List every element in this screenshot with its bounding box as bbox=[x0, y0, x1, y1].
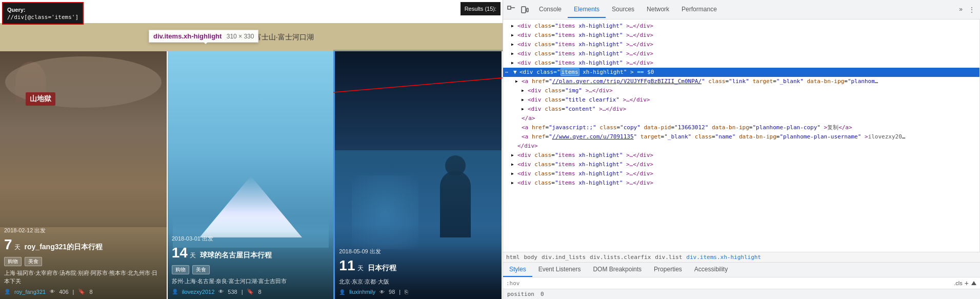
results-label: Results (15): bbox=[465, 6, 496, 12]
dom-line-7[interactable]: ▶ <a href="//plan.qyer.com/trip/V2UJYFFg… bbox=[503, 77, 979, 86]
tab-sources[interactable]: Sources bbox=[606, 2, 641, 18]
tab-console[interactable]: Console bbox=[533, 2, 568, 18]
dom-line-1[interactable]: ▶ <div class="items xh-highlight" >…</di… bbox=[503, 22, 979, 31]
dom-arrow-2[interactable]: ▶ bbox=[511, 31, 517, 39]
dom-content-2: <div class="items xh-highlight" >…</div> bbox=[517, 31, 653, 39]
dom-line-14[interactable]: </div> bbox=[503, 142, 979, 151]
filter-add-btn[interactable]: + bbox=[965, 279, 969, 287]
dom-line-18[interactable]: ▶ <div class="items xh-highlight" >…</di… bbox=[503, 178, 979, 188]
more-options-btn[interactable]: ⋯ bbox=[505, 68, 513, 76]
results-bar: Results (15): bbox=[461, 2, 501, 15]
card-3[interactable]: 2018-05-09 出发 11 天 日本行程 北京·东京·京都·大阪 👤 li… bbox=[335, 51, 503, 299]
card-2-user[interactable]: ilovezxy2012 bbox=[182, 289, 215, 295]
styles-position-row: position 0 bbox=[503, 289, 980, 299]
card-1-user[interactable]: roy_fang321 bbox=[14, 289, 46, 295]
dom-arrow-17[interactable]: ▶ bbox=[511, 170, 517, 178]
eye-icon-2: 👁 bbox=[218, 289, 224, 294]
more-tabs-button[interactable]: » bbox=[956, 3, 966, 17]
dom-line-8[interactable]: ▶ <div class="img" >…</div> bbox=[503, 86, 979, 95]
person-icon-3: 👤 bbox=[339, 289, 345, 295]
device-icon[interactable] bbox=[518, 4, 531, 16]
dom-arrow-6[interactable]: ▼ bbox=[513, 68, 519, 76]
tab-network[interactable]: Network bbox=[641, 2, 675, 18]
dom-line-16[interactable]: ▶ <div class="items xh-highlight" >…</di… bbox=[503, 160, 979, 169]
dom-arrow-1[interactable]: ▶ bbox=[511, 22, 517, 30]
dom-line-9[interactable]: ▶ <div class="title clearfix" >…</div> bbox=[503, 95, 979, 105]
dom-arrow-15[interactable]: ▶ bbox=[511, 151, 517, 160]
dom-content-13: <a href="//www.qyer.com/u/7091135" targe… bbox=[522, 133, 906, 141]
devtools-menu-button[interactable]: ⋮ bbox=[966, 3, 978, 16]
dom-panel[interactable]: ▶ <div class="items xh-highlight" >…</di… bbox=[503, 19, 980, 252]
bottom-tab-accessibility[interactable]: Accessibility bbox=[688, 263, 734, 277]
filter-cls-btn[interactable]: .cls bbox=[954, 280, 963, 286]
dom-content-9: <div class="title clearfix" >…</div> bbox=[528, 96, 650, 104]
dom-arrow-9[interactable]: ▶ bbox=[522, 96, 528, 104]
card-1-days-label: 天 bbox=[14, 243, 21, 252]
bookmark-icon-1: 🔖 bbox=[78, 288, 85, 295]
tab-performance[interactable]: Performance bbox=[675, 2, 723, 18]
bottom-tab-dom-breakpoints[interactable]: DOM Breakpoints bbox=[587, 263, 648, 277]
styles-filter-row: .cls + bbox=[503, 277, 980, 289]
card-2-tags: 购物 美食 bbox=[172, 265, 330, 274]
bottom-tab-event-listeners[interactable]: Event Listeners bbox=[532, 263, 587, 277]
devtools-tab-bar: Console Elements Sources Network Perform… bbox=[503, 0, 980, 19]
card-2-footer: 👤 ilovezxy2012 👁 538 | 🔖 8 bbox=[172, 288, 330, 295]
card-3-date: 2018-05-09 出发 bbox=[339, 248, 497, 255]
dom-link-user[interactable]: //www.qyer.com/u/7091135 bbox=[552, 133, 634, 140]
breadcrumb-lists-clearfix[interactable]: div.lists.clearfix bbox=[590, 254, 651, 261]
tab-elements[interactable]: Elements bbox=[568, 2, 606, 18]
dom-content-6: <div class="items xh-highlight" > == $0 bbox=[519, 68, 654, 76]
bottom-tab-row: Styles Event Listeners DOM Breakpoints P… bbox=[503, 263, 980, 277]
scroll-up-icon[interactable] bbox=[971, 280, 977, 286]
dom-arrow-8[interactable]: ▶ bbox=[522, 87, 528, 95]
card-3-separator: | bbox=[399, 289, 401, 295]
dom-content-1: <div class="items xh-highlight" >…</div> bbox=[517, 22, 653, 30]
card-3-user[interactable]: liuxinhmily bbox=[349, 289, 375, 295]
card-2-separator: | bbox=[242, 289, 243, 295]
dom-content-14: </div> bbox=[517, 142, 538, 150]
card-3-views: 98 bbox=[389, 289, 395, 295]
dom-line-17[interactable]: ▶ <div class="items xh-highlight" >…</di… bbox=[503, 169, 979, 178]
dom-line-12[interactable]: <a href="javascript:;" class="copy" data… bbox=[503, 123, 979, 132]
query-value: //div[@class='items'] bbox=[7, 14, 78, 21]
card-1[interactable]: 山地獄 2018-02-12 出发 7 天 roy_fang321的日本行程 购… bbox=[0, 51, 168, 299]
dom-line-5[interactable]: ▶ <div class="items xh-highlight" >…</di… bbox=[503, 58, 979, 68]
inspect-icon[interactable] bbox=[505, 4, 517, 16]
breadcrumb-list[interactable]: div.list bbox=[655, 254, 682, 261]
styles-filter-input[interactable] bbox=[506, 280, 954, 287]
dom-arrow-3[interactable]: ▶ bbox=[511, 41, 517, 49]
dom-arrow-4[interactable]: ▶ bbox=[511, 50, 517, 58]
dom-link-href[interactable]: //plan.qyer.com/trip/V2UJYFFgBzBIZII_Cm0… bbox=[552, 78, 702, 85]
dom-line-15[interactable]: ▶ <div class="items xh-highlight" >…</di… bbox=[503, 151, 979, 160]
dom-line-4[interactable]: ▶ <div class="items xh-highlight" >…</di… bbox=[503, 49, 979, 58]
dom-line-11[interactable]: </a> bbox=[503, 114, 979, 123]
card-2[interactable]: 2018-03-01 出发 14 天 球球的名古屋日本行程 购物 美食 苏州·上… bbox=[168, 51, 335, 299]
dom-arrow-10[interactable]: ▶ bbox=[522, 105, 528, 113]
card-2-overlay: 2018-03-01 出发 14 天 球球的名古屋日本行程 购物 美食 苏州·上… bbox=[168, 231, 334, 299]
bottom-tab-styles[interactable]: Styles bbox=[503, 263, 532, 277]
dom-content-18: <div class="items xh-highlight" >…</div> bbox=[517, 179, 653, 187]
breadcrumb-body[interactable]: body bbox=[524, 254, 538, 261]
dom-line-13[interactable]: <a href="//www.qyer.com/u/7091135" targe… bbox=[503, 132, 979, 142]
dom-arrow-18[interactable]: ▶ bbox=[511, 179, 517, 187]
dom-content-7: <a href="//plan.qyer.com/trip/V2UJYFFgBz… bbox=[522, 77, 881, 86]
tooltip-size: 310 × 330 bbox=[227, 33, 254, 40]
dom-content-4: <div class="items xh-highlight" >…</div> bbox=[517, 50, 653, 58]
bottom-tab-properties[interactable]: Properties bbox=[648, 263, 688, 277]
dom-arrow-5[interactable]: ▶ bbox=[511, 59, 517, 67]
breadcrumb-items-highlight[interactable]: div.items.xh-highlight bbox=[686, 254, 761, 261]
breadcrumb-ind-lists[interactable]: div.ind_lists bbox=[542, 254, 586, 261]
dom-line-6-selected[interactable]: ⋯ ▼ <div class="items xh-highlight" > ==… bbox=[503, 68, 979, 77]
card-3-title: 日本行程 bbox=[368, 264, 396, 273]
dom-arrow-7[interactable]: ▶ bbox=[515, 77, 522, 86]
card-1-title: roy_fang321的日本行程 bbox=[25, 243, 103, 252]
dom-arrow-16[interactable]: ▶ bbox=[511, 161, 517, 169]
person-icon-2: 👤 bbox=[172, 289, 178, 294]
breadcrumb-html[interactable]: html bbox=[506, 254, 520, 261]
dom-line-3[interactable]: ▶ <div class="items xh-highlight" >…</di… bbox=[503, 40, 979, 49]
dom-content-15: <div class="items xh-highlight" >…</div> bbox=[517, 151, 653, 160]
dom-line-10[interactable]: ▶ <div class="content" >…</div> bbox=[503, 105, 979, 114]
dom-line-2[interactable]: ▶ <div class="items xh-highlight" >…</di… bbox=[503, 31, 979, 40]
person-icon-1: 👤 bbox=[4, 289, 10, 294]
card-1-date: 2018-02-12 出发 bbox=[4, 227, 163, 234]
